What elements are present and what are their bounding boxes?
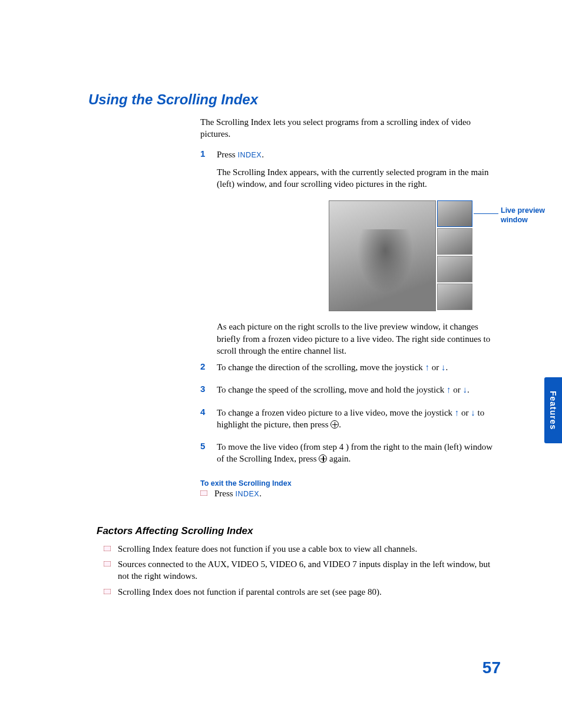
step-number: 3 <box>200 384 209 401</box>
sub-heading-exit: To exit the Scrolling Index <box>200 479 503 487</box>
page-number: 57 <box>471 658 501 677</box>
exit-bullet-list: Press INDEX. <box>200 487 501 499</box>
side-tab-label: Features <box>548 391 558 430</box>
step-number: 2 <box>200 361 209 379</box>
step: 3To change the speed of the scrolling, m… <box>200 384 501 401</box>
main-preview-image <box>329 200 436 311</box>
arrow-down-icon: ↓ <box>471 408 475 417</box>
bullet-icon <box>104 589 111 594</box>
factors-heading: Factors Affecting Scrolling Index <box>97 525 503 537</box>
bullet-text: Sources connected to the AUX, VIDEO 5, V… <box>118 558 503 582</box>
thumbnail-image <box>437 256 472 282</box>
bullet-item: Scrolling Index does not function if par… <box>104 586 503 598</box>
arrow-up-icon: ↑ <box>425 363 429 372</box>
bullet-icon <box>104 561 111 566</box>
thumbnail-image <box>437 228 472 255</box>
step: 4To change a frozen video picture to a l… <box>200 407 501 437</box>
arrow-down-icon: ↓ <box>441 363 446 372</box>
svg-rect-11 <box>105 589 110 593</box>
intro-paragraph: The Scrolling Index lets you select prog… <box>200 116 501 140</box>
bullet-item: Press INDEX. <box>200 487 501 499</box>
step-number: 4 <box>200 407 209 437</box>
bullet-icon <box>200 490 207 496</box>
callout-label: Live preview window <box>501 206 562 225</box>
svg-rect-2 <box>201 491 207 495</box>
step-body: To change the speed of the scrolling, mo… <box>217 384 501 401</box>
command-text: INDEX <box>237 151 262 159</box>
bullet-text: Press INDEX. <box>214 487 262 499</box>
step-body: To change a frozen video picture to a li… <box>217 407 501 437</box>
step: 2To change the direction of the scrollin… <box>200 361 501 379</box>
bullet-item: Scrolling Index feature does not functio… <box>104 543 503 555</box>
bullet-text: Scrolling Index does not function if par… <box>118 586 382 598</box>
press-center-icon <box>319 454 327 463</box>
after-image-paragraph: As each picture on the right scrolls to … <box>200 321 501 357</box>
bullet-item: Sources connected to the AUX, VIDEO 5, V… <box>104 558 503 582</box>
factors-list: Scrolling Index feature does not functio… <box>104 543 503 598</box>
ordered-steps: 1Press INDEX.The Scrolling Index appears… <box>200 149 501 471</box>
step: 1Press INDEX.The Scrolling Index appears… <box>200 149 501 196</box>
bullet-icon <box>104 546 111 551</box>
bullet-text: Scrolling Index feature does not functio… <box>118 543 417 555</box>
step-body: To move the live video (from step 4 ) fr… <box>217 441 501 471</box>
thumbnail-image <box>437 200 472 227</box>
arrow-up-icon: ↑ <box>455 408 459 417</box>
arrow-up-icon: ↑ <box>447 385 451 394</box>
step-body: To change the direction of the scrolling… <box>217 361 501 379</box>
step-body: Press INDEX.The Scrolling Index appears,… <box>217 149 501 196</box>
arrow-down-icon: ↓ <box>463 385 468 394</box>
thumbnail-image <box>437 284 472 310</box>
section-heading: Using the Scrolling Index <box>88 91 503 108</box>
svg-rect-5 <box>105 546 110 550</box>
step-number: 1 <box>200 149 209 196</box>
scrolling-index-illustration: Live preview window <box>329 200 501 311</box>
command-text: INDEX <box>235 490 259 498</box>
svg-rect-8 <box>105 562 110 566</box>
callout-leader-line <box>474 213 498 214</box>
step: 5To move the live video (from step 4 ) f… <box>200 441 501 471</box>
step-number: 5 <box>200 441 209 471</box>
side-tab-features: Features <box>544 377 562 443</box>
press-center-icon <box>330 420 339 429</box>
